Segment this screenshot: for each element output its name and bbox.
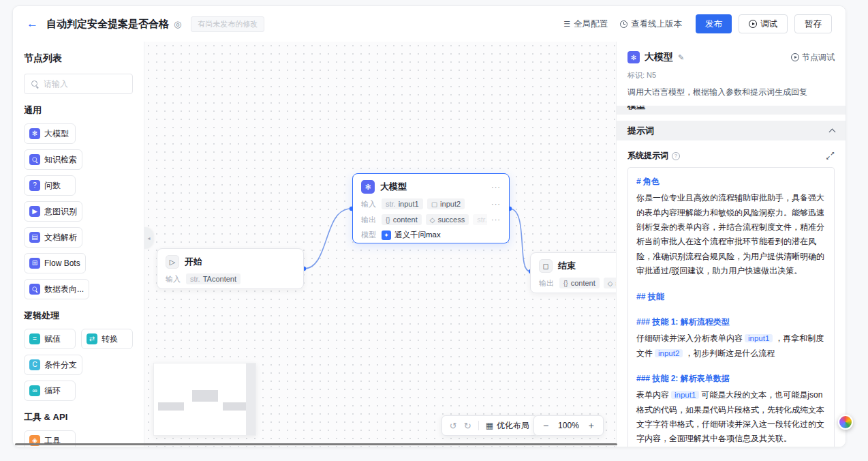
llm-model-row: 模型 ✦ 通义千问max (361, 230, 501, 240)
layout-icon: ▦ (486, 421, 493, 430)
sidebar-node-item[interactable]: =赋值 (24, 329, 76, 349)
param-tag: str.input1 (382, 198, 423, 209)
model-icon: ✦ (382, 230, 391, 240)
expand-icon[interactable]: ↗ ↙ (826, 151, 835, 160)
prompt-section-label: 提示词 (627, 125, 654, 137)
sidebar-group: 通用✻大模型知识检索?问数▶意图识别▤文档解析⊞Flow Bots数据表向... (24, 104, 133, 299)
prompt-section-header[interactable]: 提示词 (617, 121, 846, 140)
sidebar-node-item[interactable]: ?问数 (24, 175, 76, 196)
end-node-title: 结束 (558, 260, 616, 272)
system-prompt-editor[interactable]: # 角色你是一位专业且高效的流程辅助审批助手，具备强大的表单内容理解能力和敏锐的… (627, 167, 835, 447)
start-node-title: 开始 (185, 256, 295, 268)
divider (478, 421, 479, 430)
save-draft-button[interactable]: 暂存 (794, 14, 832, 33)
file-icon: ▢ (431, 200, 437, 208)
topbar-left: ← 自动判定安全提案是否合格 ◎ 有尚未发布的修改 (27, 16, 264, 32)
clipped-section-bar[interactable]: 模型 (617, 106, 846, 115)
locate-icon[interactable]: ◎ (174, 19, 181, 29)
minimap-node (192, 390, 218, 402)
node-type-icon: ? (29, 180, 40, 191)
sidebar-node-label: 转换 (102, 333, 118, 345)
llm-node-header: ✻ 大模型 ··· (361, 180, 501, 194)
node-type-icon: ⊞ (29, 258, 40, 269)
back-icon[interactable]: ← (27, 17, 38, 31)
llm-node-title: 大模型 (380, 181, 486, 193)
horizontal-scrollbar[interactable] (15, 443, 617, 445)
start-input-tags: str.TAcontent (186, 273, 295, 284)
zoom-out-button[interactable]: − (543, 420, 548, 431)
redo-icon[interactable]: ↻ (464, 421, 471, 431)
sidebar-node-label: 大模型 (44, 128, 69, 140)
clipped-section-label: 模型 (627, 106, 835, 112)
sidebar-node-item[interactable]: 知识检索 (24, 149, 82, 170)
prompt-heading: ## 技能 (636, 290, 826, 304)
help-icon[interactable]: ? (672, 152, 680, 160)
sidebar-node-item[interactable]: ⇄转换 (81, 329, 133, 349)
model-chip[interactable]: ✦ 通义千问max (382, 230, 441, 240)
sidebar-node-label: 赋值 (44, 333, 61, 345)
node-description: 调用大语言模型，根据输入参数和提示词生成回复 (627, 87, 835, 98)
diamond-icon: ◇ (430, 216, 435, 224)
sidebar-node-label: 条件分支 (44, 359, 77, 371)
play-circle-icon (791, 53, 799, 61)
sidebar-node-item[interactable]: ⊞Flow Bots (24, 253, 86, 273)
sidebar-node-item[interactable]: 数据表向... (24, 279, 89, 299)
sidebar-node-item[interactable]: ✻大模型 (24, 123, 76, 144)
node-type-icon: ▤ (29, 232, 40, 243)
output-label: 输出 (539, 278, 555, 288)
llm-input-row: 输入 str.input1▢input2 ··· (361, 198, 501, 209)
optimize-layout-label: 优化布局 (497, 420, 529, 432)
param-tag: ◇success (604, 278, 616, 288)
page: ← 自动判定安全提案是否合格 ◎ 有尚未发布的修改 ☰ 全局配置 查看线上版本 … (0, 0, 868, 461)
input-label: 输入 (166, 274, 182, 284)
flow-canvas[interactable]: ◂ ▷ 开始 输入 str.TAcontent ✻ (144, 42, 616, 447)
more-menu-icon[interactable]: ··· (491, 183, 501, 191)
sidebar-group: 工具 & API◈工具◎本系统API▣第三方API (24, 411, 133, 447)
braces-icon: {} (563, 280, 568, 287)
zoom-in-button[interactable]: + (589, 420, 594, 431)
topbar-right: ☰ 全局配置 查看线上版本 发布 调试 暂存 (551, 14, 832, 33)
llm-output-tags: {}content◇successstr.cod (382, 214, 487, 225)
edit-icon[interactable]: ✎ (678, 53, 684, 62)
more-menu-icon[interactable]: ··· (491, 200, 501, 208)
more-menu-icon[interactable]: ··· (491, 215, 501, 224)
end-node[interactable]: ◻ 结束 输出 {}content◇success (530, 252, 616, 293)
undo-icon[interactable]: ↺ (450, 421, 457, 431)
history-toolbar: ↺ ↻ ▦ 优化布局 (441, 415, 538, 436)
optimize-layout-button[interactable]: ▦ 优化布局 (486, 420, 529, 432)
sidebar-group-label: 逻辑处理 (24, 310, 133, 322)
start-input-row: 输入 str.TAcontent (166, 273, 295, 284)
sidebar-title: 节点列表 (24, 53, 133, 65)
search-input[interactable] (44, 79, 126, 89)
param-tag: {}content (559, 278, 600, 288)
sidebar-group-label: 通用 (24, 104, 133, 117)
node-list-sidebar: 节点列表 通用✻大模型知识检索?问数▶意图识别▤文档解析⊞Flow Bots数据… (13, 42, 144, 447)
sidebar-node-item[interactable]: ▤文档解析 (24, 227, 82, 248)
topbar: ← 自动判定安全提案是否合格 ◎ 有尚未发布的修改 ☰ 全局配置 查看线上版本 … (13, 6, 846, 42)
output-label: 输出 (361, 215, 377, 225)
start-node[interactable]: ▷ 开始 输入 str.TAcontent (157, 248, 304, 289)
end-output-tags: {}content◇success (559, 278, 616, 288)
expand-arrow: ↗ (830, 151, 835, 157)
param-tag: str.cod (473, 214, 487, 225)
end-output-row: 输出 {}content◇success (539, 278, 616, 288)
end-node-header: ◻ 结束 (539, 259, 616, 273)
search-box[interactable] (24, 74, 133, 94)
sidebar-node-item[interactable]: ▶意图识别 (24, 201, 82, 222)
llm-output-row: 输出 {}content◇successstr.cod ··· (361, 214, 501, 225)
panel-header: ✻ 大模型 ✎ 节点调试 (627, 51, 835, 63)
node-debug-button[interactable]: 节点调试 (791, 52, 835, 63)
ai-assistant-button[interactable] (838, 415, 853, 430)
view-online-version-button[interactable]: 查看线上版本 (620, 18, 682, 30)
zoom-toolbar: − 100% + (533, 415, 604, 436)
node-type-icon: ∞ (29, 385, 40, 396)
global-config-button[interactable]: ☰ 全局配置 (563, 18, 608, 30)
publish-button[interactable]: 发布 (696, 14, 732, 33)
minimap[interactable] (153, 363, 256, 436)
debug-button[interactable]: 调试 (739, 14, 788, 33)
sidebar-node-item[interactable]: C条件分支 (24, 355, 82, 375)
input-label: 输入 (361, 199, 377, 209)
llm-node[interactable]: ✻ 大模型 ··· 输入 str.input1▢input2 ··· 输出 {}… (352, 173, 510, 243)
main-area: 节点列表 通用✻大模型知识检索?问数▶意图识别▤文档解析⊞Flow Bots数据… (13, 42, 846, 447)
sidebar-node-item[interactable]: ∞循环 (24, 381, 76, 401)
